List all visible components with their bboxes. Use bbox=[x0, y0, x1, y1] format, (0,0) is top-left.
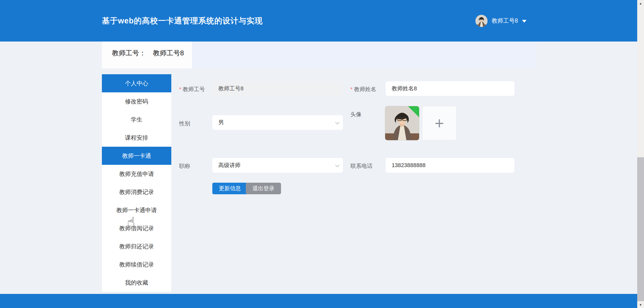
scrollbar-thumb[interactable] bbox=[637, 157, 644, 301]
app-header: 基于web的高校一卡通管理系统的设计与实现 教师工号8 bbox=[0, 0, 637, 42]
sidebar-item-card-application[interactable]: 教师一卡通申请 bbox=[102, 201, 171, 219]
teacher-name-input[interactable] bbox=[386, 81, 514, 96]
scroll-up-icon[interactable]: ▲ bbox=[637, 0, 644, 7]
avatar-preview[interactable]: ✓ bbox=[385, 106, 419, 140]
upload-success-badge bbox=[408, 106, 419, 117]
sidebar-item-recharge-request[interactable]: 教师充值申请 bbox=[102, 165, 171, 183]
caret-down-icon bbox=[522, 20, 527, 23]
teacher-id-label: *教师工号 bbox=[179, 86, 205, 93]
portrait-avatar-icon bbox=[475, 15, 488, 27]
page: 基于web的高校一卡通管理系统的设计与实现 教师工号8 bbox=[0, 0, 644, 308]
teacher-name-label: *教师姓名 bbox=[350, 86, 376, 93]
app-footer bbox=[0, 294, 637, 308]
banner-value: 教师工号8 bbox=[153, 49, 184, 57]
title-select[interactable] bbox=[212, 158, 343, 173]
update-info-button[interactable]: 更新信息 bbox=[212, 183, 248, 194]
teacher-id-card: 教师工号：教师工号8 bbox=[102, 42, 192, 68]
phone-label: 联系电话 bbox=[350, 162, 373, 170]
avatar-upload-button[interactable]: + bbox=[422, 106, 457, 140]
sidebar-nav: 个人中心 修改密码 学生 课程安排 教师一卡通 教师充值申请 教师消费记录 教师… bbox=[102, 74, 171, 292]
sidebar-item-teacher-card[interactable]: 教师一卡通 bbox=[102, 147, 171, 165]
logout-button[interactable]: 退出登录 bbox=[246, 183, 281, 194]
plus-icon: + bbox=[435, 115, 444, 131]
scroll-down-icon[interactable]: ▼ bbox=[637, 301, 644, 308]
sidebar-item-borrow-records[interactable]: 教师借阅记录 bbox=[102, 219, 171, 237]
info-banner: 教师工号：教师工号8 bbox=[102, 42, 537, 68]
sidebar-item-personal-center[interactable]: 个人中心 bbox=[102, 74, 171, 92]
sidebar-item-consumption-records[interactable]: 教师消费记录 bbox=[102, 183, 171, 201]
gender-select[interactable] bbox=[212, 115, 343, 130]
vertical-scrollbar[interactable]: ▲ ▼ bbox=[637, 0, 644, 308]
user-avatar[interactable] bbox=[475, 15, 488, 27]
sidebar-item-students[interactable]: 学生 bbox=[102, 110, 171, 129]
sidebar-item-change-password[interactable]: 修改密码 bbox=[102, 92, 171, 110]
sidebar-item-renew-records[interactable]: 教师续借记录 bbox=[102, 255, 171, 274]
required-asterisk: * bbox=[350, 86, 353, 92]
user-menu[interactable]: 教师工号8 bbox=[475, 0, 527, 42]
avatar-label: 头像 bbox=[350, 111, 361, 118]
banner-spacer bbox=[192, 42, 537, 68]
title-label: 职称 bbox=[179, 162, 190, 170]
sidebar-item-course-schedule[interactable]: 课程安排 bbox=[102, 129, 171, 147]
sidebar-item-return-records[interactable]: 教师归还记录 bbox=[102, 237, 171, 255]
required-asterisk: * bbox=[179, 86, 181, 92]
user-name: 教师工号8 bbox=[492, 17, 518, 25]
page-title: 基于web的高校一卡通管理系统的设计与实现 bbox=[102, 0, 263, 42]
teacher-id-input bbox=[212, 81, 343, 96]
gender-label: 性别 bbox=[179, 120, 190, 127]
sidebar-item-my-favorites[interactable]: 我的收藏 bbox=[102, 274, 171, 292]
phone-input[interactable] bbox=[386, 158, 514, 173]
banner-label: 教师工号： bbox=[112, 49, 146, 57]
